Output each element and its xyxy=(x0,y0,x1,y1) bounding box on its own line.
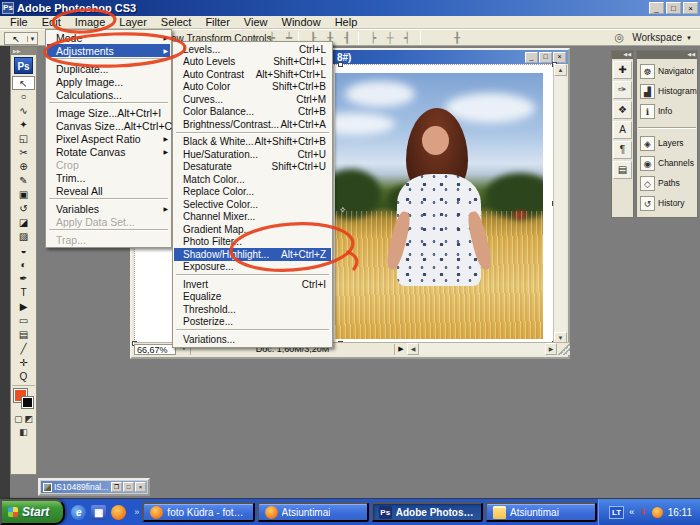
download-tray-icon[interactable] xyxy=(652,507,663,518)
zoom-tool[interactable]: Q xyxy=(12,370,35,384)
collapsed-panel-6-icon[interactable]: ▤ xyxy=(613,161,632,179)
workspace-button[interactable]: Workspace ▼ xyxy=(632,32,692,43)
resize-grip[interactable] xyxy=(557,343,570,355)
menu-item[interactable]: Apply Image... xyxy=(47,75,170,88)
menu-item[interactable]: Auto Color Shift+Ctrl+B xyxy=(174,81,331,94)
panel-history[interactable]: ↺ History xyxy=(637,193,697,213)
menu-item[interactable]: Canvas Size... Alt+Ctrl+C xyxy=(47,119,170,132)
collapsed-panel-5-icon[interactable]: ¶ xyxy=(613,141,632,159)
align-icon[interactable]: ╂ xyxy=(450,31,464,44)
gradient-tool[interactable]: ▨ xyxy=(12,230,35,244)
collapsed-panel-4-icon[interactable]: A xyxy=(613,121,632,139)
task-photoshop[interactable]: Ps Adobe Photoshop CS3 xyxy=(371,502,483,522)
firefox-quicklaunch-icon[interactable] xyxy=(111,505,126,520)
menu-item[interactable]: Pixel Aspect Ratio xyxy=(47,132,170,145)
zoom-level-field[interactable]: 66,67% xyxy=(134,344,176,355)
panel-info[interactable]: ℹ Info xyxy=(637,101,697,121)
close-button[interactable]: × xyxy=(683,2,698,14)
eraser-tool[interactable]: ◪ xyxy=(12,216,35,230)
scroll-right-icon[interactable]: ▶ xyxy=(545,343,557,355)
menu-item[interactable]: Auto Levels Shift+Ctrl+L xyxy=(174,56,331,69)
menu-item[interactable]: Channel Mixer... xyxy=(174,211,331,224)
menu-bar-item[interactable]: View xyxy=(237,16,275,29)
mask-mode-icon[interactable]: ◩ xyxy=(25,413,34,426)
lasso-tool[interactable]: ∿ xyxy=(12,104,35,118)
screen-mode-button[interactable]: ◧ xyxy=(11,426,36,439)
shape-tool[interactable]: ▭ xyxy=(12,314,35,328)
distribute-icon[interactable]: ┼ xyxy=(383,31,397,44)
menu-item[interactable]: Equalize xyxy=(174,291,331,304)
menu-item[interactable]: Desaturate Shift+Ctrl+U xyxy=(174,161,331,174)
updown-tray-icon[interactable]: ⇕ xyxy=(639,506,647,518)
blur-tool[interactable]: ◒ xyxy=(12,244,35,258)
menu-item[interactable]: Photo Filter... xyxy=(174,236,331,249)
history-brush-tool[interactable]: ↺ xyxy=(12,202,35,216)
toolbox-collapse-handle[interactable]: ▶▶ xyxy=(11,48,36,55)
go-to-bridge-icon[interactable]: ◎ xyxy=(615,31,625,44)
menu-item[interactable]: Crop xyxy=(47,158,170,171)
menu-item[interactable]: Selective Color... xyxy=(174,198,331,211)
eyedropper-tool[interactable]: ╱ xyxy=(12,342,35,356)
chevron-left-icon[interactable]: « xyxy=(629,507,634,517)
doc-maximize-button[interactable]: □ xyxy=(539,52,552,63)
maximize-button[interactable]: □ xyxy=(666,2,681,14)
path-selection-tool[interactable]: ▶ xyxy=(12,300,35,314)
type-tool[interactable]: T xyxy=(12,286,35,300)
menu-item[interactable]: Black & White... Alt+Shift+Ctrl+B xyxy=(174,136,331,149)
horizontal-scrollbar[interactable]: ◀ ▶ xyxy=(407,343,557,355)
save-quicklaunch-icon[interactable]: ▦ xyxy=(91,505,106,520)
task-atsiuntimai-2[interactable]: Atsiuntimai xyxy=(485,502,597,522)
menu-item[interactable]: Brightness/Contrast... Alt+Ctrl+A xyxy=(174,118,331,131)
mini-restore-button[interactable]: ❐ xyxy=(111,482,122,492)
mini-maximize-button[interactable]: □ xyxy=(123,482,134,492)
align-icon[interactable]: ┨ xyxy=(340,31,354,44)
menu-item[interactable]: Exposure... xyxy=(174,261,331,274)
menu-item[interactable]: Posterize... xyxy=(174,316,331,329)
menu-item[interactable]: Image Size... Alt+Ctrl+I xyxy=(47,106,170,119)
menu-item[interactable]: Apply Data Set... xyxy=(47,215,170,228)
menu-item[interactable]: Variables xyxy=(47,202,170,215)
panel-paths[interactable]: ◇ Paths xyxy=(637,173,697,193)
menu-bar-item[interactable]: File xyxy=(3,16,35,29)
menu-item[interactable]: Mode xyxy=(47,31,170,44)
transform-handle[interactable] xyxy=(338,62,343,67)
clone-stamp-tool[interactable]: ▣ xyxy=(12,188,35,202)
photoshop-logo[interactable]: Ps xyxy=(14,57,33,74)
magic-wand-tool[interactable]: ✦ xyxy=(12,118,35,132)
menu-bar-item[interactable]: Window xyxy=(275,16,328,29)
panel-histogram[interactable]: ▟ Histogram xyxy=(637,81,697,101)
menu-item[interactable]: Hue/Saturation... Ctrl+U xyxy=(174,148,331,161)
menu-item[interactable]: Replace Color... xyxy=(174,186,331,199)
menu-item[interactable]: Shadow/Highlight... Alt+Ctrl+Z xyxy=(174,248,331,261)
chevron-right-icon[interactable]: » xyxy=(132,507,141,517)
menu-item[interactable]: Calculations... xyxy=(47,88,170,101)
menu-item[interactable]: Gradient Map... xyxy=(174,223,331,236)
move-tool[interactable]: ↖ xyxy=(12,76,35,90)
panel-channels[interactable]: ◉ Channels xyxy=(637,153,697,173)
menu-item[interactable]: Curves... Ctrl+M xyxy=(174,93,331,106)
menu-bar-item[interactable]: Filter xyxy=(198,16,236,29)
task-foto-kudra[interactable]: foto Kūdra - fotografija -... xyxy=(142,502,254,522)
background-color-swatch[interactable] xyxy=(22,397,33,408)
menu-item[interactable]: Auto Contrast Alt+Shift+Ctrl+L xyxy=(174,68,331,81)
status-menu-arrow-icon[interactable]: ▶ xyxy=(395,345,407,353)
menu-item[interactable]: Trim... xyxy=(47,171,170,184)
menu-bar-item[interactable]: Select xyxy=(154,16,199,29)
vertical-scrollbar[interactable]: ▲ ▼ xyxy=(553,64,566,344)
menu-bar-item[interactable]: Layer xyxy=(112,16,154,29)
collapsed-panel-1-icon[interactable]: ✚ xyxy=(613,61,632,79)
menu-item[interactable]: Reveal All xyxy=(47,184,170,197)
mask-mode-icon[interactable]: ▢ xyxy=(14,413,23,426)
scroll-up-icon[interactable]: ▲ xyxy=(554,64,567,76)
menu-bar-item[interactable]: Edit xyxy=(35,16,68,29)
hand-tool[interactable]: ✛ xyxy=(12,356,35,370)
tool-preset-picker[interactable]: ↖ ▼ xyxy=(4,32,38,45)
slice-tool[interactable]: ✂ xyxy=(12,146,35,160)
notes-tool[interactable]: ▤ xyxy=(12,328,35,342)
distribute-icon[interactable]: ┝ xyxy=(366,31,380,44)
task-atsiuntimai-1[interactable]: Atsiuntimai xyxy=(257,502,369,522)
elliptical-marquee-tool[interactable]: ○ xyxy=(12,90,35,104)
start-button[interactable]: Start xyxy=(0,499,65,525)
doc-close-button[interactable]: × xyxy=(553,52,566,63)
distribute-icon[interactable]: ┥ xyxy=(400,31,414,44)
